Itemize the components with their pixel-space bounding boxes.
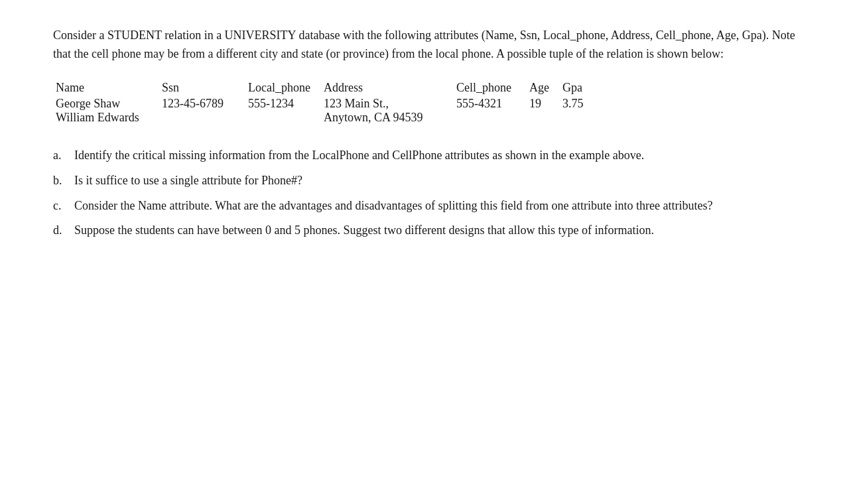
cell-ssn: 123-45-6789 <box>162 96 248 125</box>
col-header-name: Name <box>56 80 162 96</box>
question-item-a: a.Identify the critical missing informat… <box>53 147 798 165</box>
question-label-4: d. <box>53 221 74 240</box>
cell-age: 19 <box>529 96 562 125</box>
col-header-address: Address <box>324 80 456 96</box>
col-header-local-phone: Local_phone <box>248 80 324 96</box>
cell-cell-phone: 555-4321 <box>456 96 529 125</box>
question-text-2: Is it suffice to use a single attribute … <box>74 172 798 190</box>
cell-gpa: 3.75 <box>562 96 597 125</box>
question-label-2: b. <box>53 172 74 190</box>
cell-address: 123 Main St., Anytown, CA 94539 <box>324 96 456 125</box>
col-header-cell-phone: Cell_phone <box>456 80 529 96</box>
questions-list: a.Identify the critical missing informat… <box>53 147 798 241</box>
name-line1: George Shaw <box>56 97 120 110</box>
intro-paragraph: Consider a STUDENT relation in a UNIVERS… <box>53 27 798 64</box>
col-header-gpa: Gpa <box>562 80 597 96</box>
table-row: George Shaw William Edwards 123-45-6789 … <box>56 96 596 125</box>
question-text-4: Suppose the students can have between 0 … <box>74 221 798 240</box>
question-label-1: a. <box>53 147 74 165</box>
question-item-b: b.Is it suffice to use a single attribut… <box>53 172 798 190</box>
cell-local-phone: 555-1234 <box>248 96 324 125</box>
col-header-ssn: Ssn <box>162 80 248 96</box>
address-line1: 123 Main St., <box>324 97 389 110</box>
student-relation-table: Name Ssn Local_phone Address Cell_phone … <box>56 80 596 125</box>
question-item-c: c.Consider the Name attribute. What are … <box>53 197 798 216</box>
question-text-1: Identify the critical missing informatio… <box>74 147 798 165</box>
question-item-d: d.Suppose the students can have between … <box>53 221 798 240</box>
question-label-3: c. <box>53 197 74 216</box>
col-header-age: Age <box>529 80 562 96</box>
question-text-3: Consider the Name attribute. What are th… <box>74 197 798 216</box>
address-line2: Anytown, CA 94539 <box>324 111 423 124</box>
name-line2: William Edwards <box>56 111 139 124</box>
cell-name: George Shaw William Edwards <box>56 96 162 125</box>
